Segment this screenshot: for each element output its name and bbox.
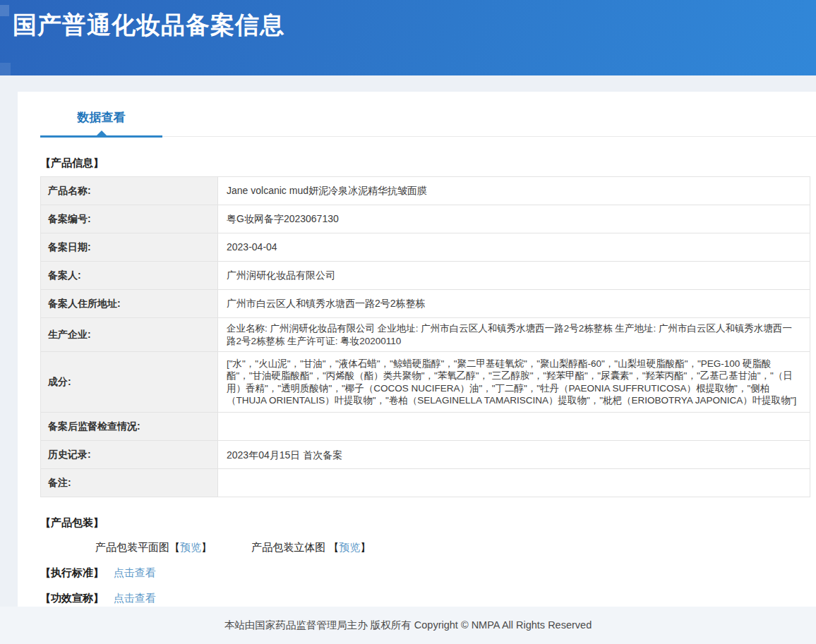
product-info-table: 产品名称: Jane volcanic mud妍泥冷泉冰泥精华抗皱面膜 备案编号… (40, 176, 810, 497)
tab-active-arrow-icon (97, 130, 107, 135)
row-ingredients: 成分: ["水"，"火山泥"，"甘油"，"液体石蜡"，"鲸蜡硬脂醇"，"聚二甲基… (41, 352, 810, 413)
bracket-close: 】 (360, 541, 371, 553)
row-label: 历史记录: (41, 441, 218, 469)
row-label: 备案后监督检查情况: (41, 413, 218, 441)
row-value: 2023年04月15日 首次备案 (218, 441, 810, 469)
row-label: 备注: (41, 469, 218, 497)
bracket-open: 【 (169, 541, 180, 553)
row-value: 2023-04-04 (218, 233, 810, 262)
row-value (218, 469, 810, 497)
banner-decoration-square (0, 63, 11, 75)
standards-view-link[interactable]: 点击查看 (114, 566, 156, 578)
row-label: 备案编号: (41, 205, 218, 233)
row-product-name: 产品名称: Jane volcanic mud妍泥冷泉冰泥精华抗皱面膜 (41, 177, 810, 205)
row-record-date: 备案日期: 2023-04-04 (41, 233, 810, 262)
content-card: 数据查看 【产品信息】 产品名称: Jane volcanic mud妍泥冷泉冰… (18, 92, 816, 607)
page-banner: 国产普通化妆品备案信息 (0, 0, 816, 75)
row-label: 备案人住所地址: (41, 290, 218, 318)
product-info-section-title: 【产品信息】 (40, 157, 816, 170)
flat-image-preview-link[interactable]: 预览 (180, 541, 201, 553)
efficacy-label: 【功效宣称】 (40, 592, 104, 604)
row-value: ["水"，"火山泥"，"甘油"，"液体石蜡"，"鲸蜡硬脂醇"，"聚二甲基硅氧烷"… (218, 352, 810, 413)
row-supervision-check: 备案后监督检查情况: (41, 413, 810, 441)
row-value: 企业名称: 广州润研化妆品有限公司 企业地址: 广州市白云区人和镇秀水塘西一路2… (218, 318, 810, 352)
packaging-flat-image-label: 产品包装平面图 (95, 541, 169, 553)
row-label: 备案日期: (41, 233, 218, 262)
row-value: 广州润研化妆品有限公司 (218, 262, 810, 290)
bracket-open: 【 (328, 541, 339, 553)
page-title: 国产普通化妆品备案信息 (0, 0, 816, 42)
row-value: 粤G妆网备字2023067130 (218, 205, 810, 233)
efficacy-view-link[interactable]: 点击查看 (114, 592, 156, 604)
stereo-image-preview-link[interactable]: 预览 (339, 541, 360, 553)
tab-data-view[interactable]: 数据查看 (40, 109, 162, 138)
packaging-stereo-image-item: 产品包装立体图 【预览】 (251, 541, 371, 553)
row-record-number: 备案编号: 粤G妆网备字2023067130 (41, 205, 810, 233)
copyright-text: 本站由国家药品监督管理局主办 版权所有 Copyright © NMPA All… (224, 619, 592, 632)
page-footer: 本站由国家药品监督管理局主办 版权所有 Copyright © NMPA All… (0, 607, 816, 644)
packaging-preview-row: 产品包装平面图【预览】 产品包装立体图 【预览】 (95, 541, 816, 554)
product-packaging-section-title: 【产品包装】 (40, 516, 816, 530)
packaging-flat-image-item: 产品包装平面图【预览】 (95, 541, 215, 553)
row-remarks: 备注: (41, 469, 810, 497)
tab-active-indicator (40, 135, 162, 138)
row-label: 成分: (41, 352, 218, 413)
row-registrant: 备案人: 广州润研化妆品有限公司 (41, 262, 810, 290)
row-value (218, 413, 810, 441)
tab-data-view-label: 数据查看 (78, 111, 126, 124)
row-registrant-address: 备案人住所地址: 广州市白云区人和镇秀水塘西一路2号2栋整栋 (41, 290, 810, 318)
efficacy-row: 【功效宣称】点击查看 (40, 592, 816, 605)
row-label: 产品名称: (41, 177, 218, 205)
standards-row: 【执行标准】点击查看 (40, 566, 816, 580)
packaging-stereo-image-label: 产品包装立体图 (251, 541, 328, 553)
row-label: 备案人: (41, 262, 218, 290)
row-manufacturer: 生产企业: 企业名称: 广州润研化妆品有限公司 企业地址: 广州市白云区人和镇秀… (41, 318, 810, 352)
row-value: Jane volcanic mud妍泥冷泉冰泥精华抗皱面膜 (218, 177, 810, 205)
row-label: 生产企业: (41, 318, 218, 352)
row-history: 历史记录: 2023年04月15日 首次备案 (41, 441, 810, 469)
tab-bar: 数据查看 (40, 109, 816, 138)
bracket-close: 】 (201, 541, 212, 553)
banner-decoration-square (0, 5, 9, 16)
standards-label: 【执行标准】 (40, 566, 104, 578)
row-value: 广州市白云区人和镇秀水塘西一路2号2栋整栋 (218, 290, 810, 318)
